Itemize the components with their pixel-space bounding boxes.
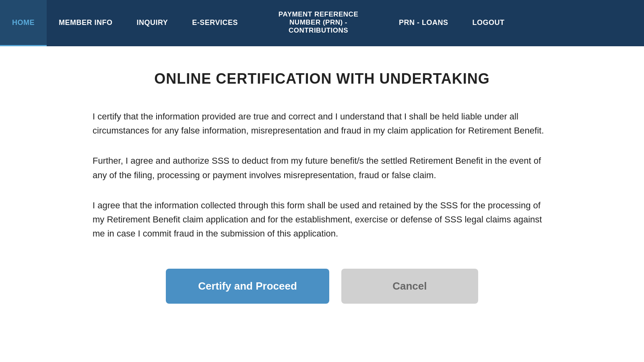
nav-logout[interactable]: LOGOUT: [460, 0, 517, 46]
button-container: Certify and Proceed Cancel: [93, 269, 551, 328]
certify-proceed-button[interactable]: Certify and Proceed: [166, 269, 329, 304]
nav-eservices[interactable]: E-SERVICES: [180, 0, 250, 46]
nav-inquiry[interactable]: INQUIRY: [125, 0, 180, 46]
page-title: ONLINE CERTIFICATION WITH UNDERTAKING: [93, 70, 551, 87]
nav-prn-contributions[interactable]: PAYMENT REFERENCE NUMBER (PRN) - CONTRIB…: [250, 0, 387, 46]
paragraph-1: I certify that the information provided …: [93, 109, 551, 138]
main-navigation: HOME MEMBER INFO INQUIRY E-SERVICES PAYM…: [0, 0, 644, 46]
paragraph-2: Further, I agree and authorize SSS to de…: [93, 154, 551, 182]
nav-prn-loans[interactable]: PRN - LOANS: [387, 0, 460, 46]
nav-member-info[interactable]: MEMBER INFO: [47, 0, 125, 46]
main-content: ONLINE CERTIFICATION WITH UNDERTAKING I …: [60, 46, 584, 352]
cancel-button[interactable]: Cancel: [341, 269, 478, 304]
nav-home[interactable]: HOME: [0, 0, 47, 46]
paragraph-3: I agree that the information collected t…: [93, 198, 551, 241]
